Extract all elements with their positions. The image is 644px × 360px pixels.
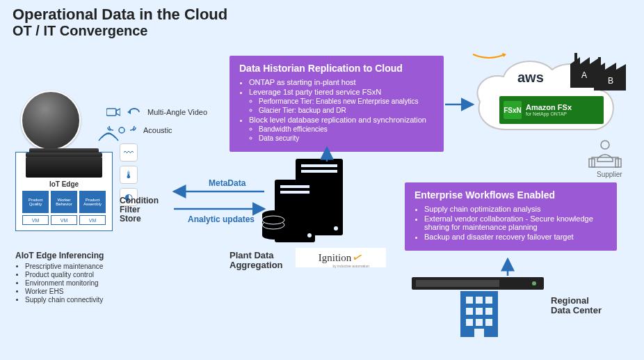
box1-bullet: ONTAP as starting in-plant host [249, 78, 434, 86]
sound-icon [106, 123, 138, 138]
box1-subbullet: Performance Tier: Enables new Enterprise… [259, 97, 434, 105]
svg-rect-39 [485, 297, 492, 304]
ignition-logo: Ignition✓ by inductive automation [296, 248, 386, 267]
box1-subbullet: Bandwidth efficiencies [259, 125, 434, 133]
title-line2: OT / IT Convergence [13, 23, 227, 39]
analytic-label: Analytic updates [188, 214, 255, 224]
box2-title: Enterprise Workflows Enabled [414, 189, 607, 201]
svg-text:B: B [608, 76, 613, 86]
title-line1: Operational Data in the Cloud [13, 6, 227, 23]
aiot-list: AIoT Edge Inferencing Prescriptive maint… [15, 251, 154, 304]
svg-point-31 [334, 226, 338, 230]
aiot-item: Product quality control [25, 271, 154, 279]
box2-bullet: External vendor collaboration - Secure k… [424, 214, 607, 231]
camera-icon [106, 104, 121, 120]
switch-icon [26, 157, 102, 178]
rotate-icon [127, 104, 142, 120]
condition-filter-store-label: Condition Filter Store [120, 196, 159, 224]
svg-marker-2 [580, 57, 590, 64]
iot-tile: Worker Behavior [51, 191, 77, 213]
box1-bullet: Leverage 1st party tiered service FSxN P… [249, 88, 434, 114]
svg-marker-8 [605, 63, 616, 70]
sensor-icons: Multi-Angle Video Acoustic [106, 103, 207, 139]
iot-tile: Product Quality [22, 191, 49, 213]
svg-rect-45 [485, 319, 492, 326]
svg-rect-28 [301, 170, 337, 173]
box1-bullet: Block level database replication and syn… [249, 116, 434, 142]
vm-label: VM [79, 215, 106, 225]
aiot-item: Worker EHS [25, 288, 154, 295]
svg-rect-4 [574, 53, 577, 64]
svg-rect-44 [476, 319, 483, 326]
server-rack-icon [412, 277, 544, 291]
acoustic-label: Acoustic [143, 126, 172, 134]
fsx-icon: FSxN [504, 101, 522, 119]
svg-point-12 [601, 141, 609, 149]
svg-point-19 [119, 127, 124, 133]
worker-photo [21, 91, 81, 150]
video-label: Multi-Angle Video [147, 108, 207, 116]
building-icon [460, 291, 498, 337]
svg-marker-18 [127, 110, 131, 114]
rdc-label: Regional Data Center [551, 296, 602, 316]
fsx-title: Amazon FSx [526, 104, 572, 111]
svg-rect-43 [466, 319, 473, 326]
aws-logo: aws [517, 70, 544, 86]
svg-rect-29 [280, 185, 309, 188]
svg-text:A: A [581, 70, 587, 80]
aiot-item: Supply chain connectivity [25, 296, 154, 304]
svg-rect-13 [592, 157, 618, 167]
aiot-item: Environment monitoring [25, 279, 154, 287]
plant-label: Plant Data Aggregation [230, 251, 283, 271]
iot-tile: Product Assembly [79, 191, 106, 213]
vm-label: VM [51, 215, 77, 225]
page-title: Operational Data in the Cloud OT / IT Co… [13, 6, 227, 39]
svg-rect-16 [106, 109, 116, 116]
amazon-fsx-badge: FSxN Amazon FSx for NetApp ONTAP [499, 96, 604, 124]
svg-point-32 [307, 233, 312, 237]
iot-label: IoT Edge [20, 180, 108, 188]
data-historian-box: Data Historian Replication to Cloud ONTA… [230, 56, 444, 152]
box1-subbullet: Data security [259, 134, 434, 142]
svg-rect-41 [476, 308, 483, 315]
iot-edge-box: IoT Edge Product Quality Worker Behavior… [15, 152, 113, 231]
svg-rect-10 [598, 57, 601, 70]
svg-point-24 [262, 231, 284, 240]
box1-subbullet: Glacier Tier: backup and DR [259, 107, 434, 114]
factory-icon: A B [570, 50, 633, 91]
metadata-label: MetaData [209, 178, 245, 188]
svg-rect-30 [280, 191, 309, 194]
svg-rect-34 [416, 280, 499, 287]
svg-rect-40 [466, 308, 473, 315]
fsx-sub: for NetApp ONTAP [526, 111, 572, 116]
vibration-icon: 〰 [120, 143, 138, 162]
svg-rect-46 [474, 329, 484, 337]
aws-smile-icon [472, 53, 506, 60]
svg-marker-9 [616, 64, 626, 70]
box1-title: Data Historian Replication to Cloud [239, 63, 434, 74]
svg-rect-38 [476, 297, 483, 304]
box2-bullet: Backup and disaster recovery failover ta… [424, 233, 607, 241]
svg-rect-27 [301, 164, 337, 167]
server-icon [261, 159, 351, 249]
box2-bullet: Supply chain optimization analysis [424, 205, 607, 213]
svg-rect-42 [485, 308, 492, 315]
aiot-item: Prescriptive maintenance [25, 263, 154, 270]
svg-marker-3 [590, 58, 598, 64]
svg-point-35 [532, 281, 536, 285]
svg-point-26 [262, 216, 284, 224]
aiot-title: AIoT Edge Inferencing [15, 251, 154, 260]
svg-rect-37 [466, 297, 473, 304]
supplier-icon [588, 138, 622, 170]
enterprise-workflows-box: Enterprise Workflows Enabled Supply chai… [405, 182, 617, 251]
supplier-label: Supplier [597, 171, 622, 178]
vm-label: VM [22, 215, 49, 225]
svg-marker-17 [116, 109, 120, 116]
thermal-icon: 🌡 [120, 166, 138, 184]
